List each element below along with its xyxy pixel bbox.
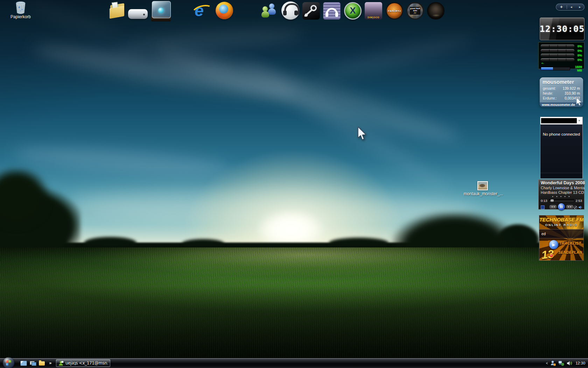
start-button[interactable] <box>3 357 14 368</box>
messenger-task-button[interactable]: uejǝʇs <x_171@msn.... <box>56 359 110 367</box>
hard-drive-icon[interactable] <box>128 9 148 19</box>
recycle-bin-label: Papierkorb <box>10 14 31 19</box>
network-icon[interactable] <box>558 361 564 366</box>
seek-bar[interactable] <box>549 199 574 202</box>
tracklist-link[interactable]: TRACKLIST <box>559 241 582 245</box>
teamspeak-icon[interactable] <box>281 1 300 20</box>
ram-value: 1609 MB <box>570 65 582 72</box>
firefox-icon[interactable] <box>216 2 233 19</box>
cpu-meter-row: 0% <box>541 48 582 53</box>
previous-button[interactable]: ◄◄ <box>549 205 557 209</box>
radio-text-field[interactable]: ed <box>539 229 583 238</box>
farcry2-icon[interactable]: FARCRY2 <box>386 2 403 20</box>
system-tray: < 12:30 <box>546 358 585 368</box>
internet-explorer-icon[interactable]: e <box>192 1 211 20</box>
record-dot <box>550 254 553 257</box>
trees-left <box>0 168 49 228</box>
quick-launch-overflow[interactable]: » <box>49 361 52 366</box>
playlist-icon[interactable] <box>541 205 545 209</box>
speaker-icon[interactable] <box>578 205 582 209</box>
switch-windows-icon[interactable] <box>30 361 36 366</box>
track-rating[interactable]: • • • • • <box>541 195 582 198</box>
task-button-label: uejǝʇs <x_171@msn.... <box>65 361 108 366</box>
msn-messenger-icon[interactable] <box>260 3 278 19</box>
radio-play-button[interactable]: ▶ <box>549 240 558 249</box>
quick-launch: » <box>20 358 52 368</box>
chevron-down-icon[interactable]: ▼ <box>577 119 582 122</box>
messenger-tray-icon[interactable] <box>550 360 556 366</box>
mouse-cursor <box>357 126 367 141</box>
winamp-icon[interactable] <box>323 2 341 20</box>
headphones-glyph <box>323 2 340 19</box>
phone-dropdown-value <box>541 118 577 123</box>
documents-folder-icon[interactable] <box>110 2 125 18</box>
system-meter-gadget[interactable]: 0% 0% 0% 0% <- 1609 MB <box>538 42 584 69</box>
tray-clock[interactable]: 12:30 <box>575 361 585 365</box>
meter-arrow-label: <- <box>541 62 582 64</box>
phone-dropdown[interactable]: ▼ <box>540 117 582 124</box>
mute-icon[interactable] <box>574 206 577 209</box>
mousometer-title: mousometer <box>540 77 583 86</box>
gadget-prev-button[interactable]: ◄ <box>567 6 576 9</box>
mousometer-gadget[interactable]: mousometer gesamt: 139.922 m heute: 310,… <box>540 77 583 107</box>
track-title: Wonderful Days 2008 <box>541 180 582 186</box>
file-thumbnail <box>478 182 487 190</box>
radio-subtitle: ONLINE RADIO <box>539 223 583 227</box>
dark-game-icon[interactable] <box>427 2 444 20</box>
steam-icon[interactable] <box>302 2 320 20</box>
clock-gadget[interactable]: 12:30:05 <box>540 18 584 40</box>
media-player-gadget[interactable]: Wonderful Days 2008 Charly Lownoise & Me… <box>538 179 584 210</box>
xbox-icon[interactable]: X <box>344 2 362 20</box>
add-gadget-button[interactable]: + <box>556 4 567 10</box>
phone-gadget[interactable]: ▼ No phone connected <box>540 117 583 179</box>
tray-expand-chevron[interactable]: < <box>546 361 548 365</box>
phone-status-text: No phone connected <box>543 132 580 173</box>
track-album: Hardbass Chapter 13 CD <box>541 190 582 195</box>
track-artist: Charly Lownoise & Menta <box>541 186 582 190</box>
ram-meter-row: 1609 MB <box>541 65 582 72</box>
wallpaper <box>0 0 588 368</box>
desktop-file[interactable] <box>477 181 488 190</box>
gadget-control-bar: + ◄ ► <box>556 4 584 11</box>
recycle-bin[interactable]: Papierkorb <box>10 1 31 19</box>
show-desktop-icon[interactable] <box>20 361 27 366</box>
taskbar: » uejǝʇs <x_171@msn.... < 12:30 <box>0 358 588 368</box>
cpu-meter-row: 0% <box>541 57 582 62</box>
next-button[interactable]: ►► <box>566 205 574 209</box>
mouse-cursor-icon <box>575 97 583 107</box>
digital-clock-time: 12:30:05 <box>540 18 584 40</box>
dim-god-game-icon[interactable]: DIM|GOD <box>365 2 382 20</box>
sendeplan-link[interactable]: SENDEPLAN <box>559 250 582 254</box>
seek-thumb[interactable] <box>551 199 554 202</box>
desktop-file-label: montauk_monster_... <box>462 191 505 196</box>
total-time: 2:53 <box>576 199 582 203</box>
gadget-next-button[interactable]: ► <box>576 6 584 9</box>
windows-flag-icon <box>6 360 11 366</box>
mousometer-row: gesamt: 139.922 m <box>540 86 583 91</box>
technobase-radio-gadget[interactable]: TECHNOBASE.FM ONLINE RADIO ed 13 ▶ TRACK… <box>539 215 584 261</box>
radio-title: TECHNOBASE.FM <box>539 217 583 223</box>
msn-buddy-icon <box>58 361 64 366</box>
pause-button[interactable] <box>558 203 565 210</box>
recycle-bin-icon <box>14 1 27 14</box>
cpu-meter-row: 0% <box>541 44 582 48</box>
gta4-icon[interactable]: grand theft auto IV <box>406 2 424 20</box>
folder-icon[interactable] <box>39 361 45 366</box>
media-cube-icon[interactable] <box>150 1 172 21</box>
elapsed-time: 0:13 <box>541 199 547 203</box>
mousometer-row: heute: 310,90 m <box>540 91 583 96</box>
cloud-streak <box>315 30 475 84</box>
cloud-streak <box>115 25 305 56</box>
volume-icon[interactable] <box>567 361 572 366</box>
ram-bar <box>541 67 570 70</box>
cpu-meter-row: 0% <box>541 53 582 57</box>
